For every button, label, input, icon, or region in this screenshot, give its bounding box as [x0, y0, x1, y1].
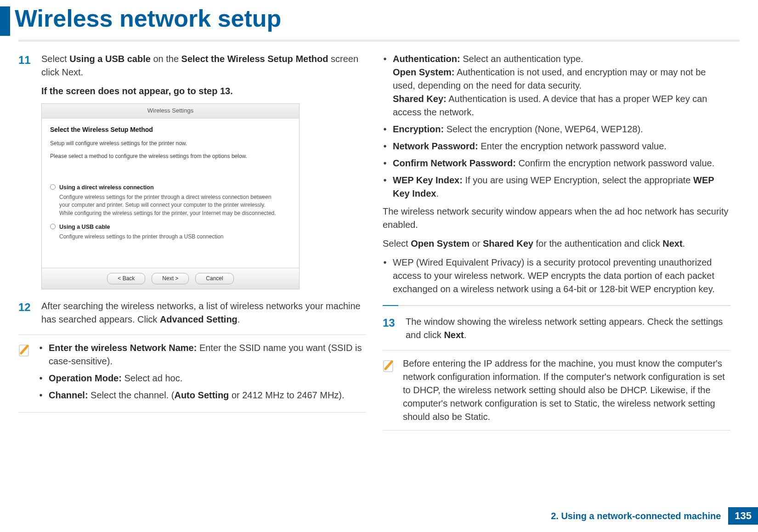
note-body: • Enter the wireless Network Name: Enter… — [39, 341, 366, 406]
text: Enter the encryption network password va… — [478, 141, 667, 151]
step-number: 11 — [18, 52, 33, 291]
wep-desc-list: • WEP (Wired Equivalent Privacy) is a se… — [383, 256, 730, 296]
bullet-icon: • — [383, 52, 387, 119]
note-body: Before entering the IP address for the m… — [403, 357, 730, 424]
dialog-option-usb[interactable]: Using a USB cable — [50, 223, 291, 231]
text: or 2412 MHz to 2467 MHz). — [229, 390, 344, 400]
bullet-icon: • — [383, 256, 387, 296]
text: . — [230, 86, 233, 96]
text-bold: Auto Setting — [174, 390, 229, 400]
text-bold: Open System: — [393, 67, 454, 77]
text-bold: Channel: — [49, 390, 88, 400]
list-item: • Confirm Network Password: Confirm the … — [383, 157, 730, 170]
text-bold: Confirm Network Password: — [393, 158, 516, 168]
next-button[interactable]: Next > — [152, 273, 189, 284]
step-body: The window showing the wireless network … — [406, 315, 730, 342]
text-bold: Using a USB cable — [69, 54, 151, 64]
note-box-12: • Enter the wireless Network Name: Enter… — [18, 334, 366, 413]
text-bold: Operation Mode: — [49, 373, 122, 383]
page-header: Wireless network setup — [0, 0, 758, 36]
list-item: • Encryption: Select the encryption (Non… — [383, 123, 730, 136]
step-13: 13 The window showing the wireless netwo… — [383, 315, 730, 342]
note-icon — [383, 359, 396, 373]
text: Select the encryption (None, WEP64, WEP1… — [444, 124, 643, 134]
step-body: After searching the wireless networks, a… — [41, 300, 366, 326]
text-bold: Next — [662, 238, 682, 249]
bullet-icon: • — [383, 140, 387, 153]
bullet-icon: • — [39, 341, 43, 368]
bullet-icon: • — [39, 372, 43, 385]
wireless-settings-dialog: Wireless Settings Select the Wireless Se… — [41, 103, 300, 289]
list-item: • Operation Mode: Select ad hoc. — [39, 372, 366, 385]
option-desc: Configure wireless settings for the prin… — [59, 193, 280, 217]
text: Confirm the encryption network password … — [516, 158, 714, 168]
dialog-subtext: Please select a method to configure the … — [50, 153, 291, 160]
dialog-subtext: Setup will configure wireless settings f… — [50, 140, 291, 147]
text: Select an authentication type. — [460, 54, 583, 64]
text-bold: Enter the wireless Network Name: — [49, 343, 197, 353]
paragraph: The wireless network security window app… — [383, 205, 730, 232]
text-bold: Shared Key — [483, 238, 533, 249]
list-item: • WEP Key Index: If you are using WEP En… — [383, 174, 730, 200]
note-icon — [18, 343, 31, 357]
option-label: Using a USB cable — [59, 223, 110, 231]
text-bold: Next — [444, 330, 464, 340]
right-column: • Authentication: Select an authenticati… — [383, 52, 730, 430]
step-number: 12 — [18, 300, 33, 326]
text: Select ad hoc. — [122, 373, 182, 383]
text: Select — [383, 238, 411, 249]
settings-list: • Authentication: Select an authenticati… — [383, 52, 730, 200]
step-12: 12 After searching the wireless networks… — [18, 300, 366, 326]
bullet-icon: • — [383, 157, 387, 170]
text: or — [470, 238, 483, 249]
text: Select the channel. ( — [88, 390, 175, 400]
text: . — [238, 314, 240, 324]
header-accent — [0, 6, 10, 36]
list-item: • Network Password: Enter the encryption… — [383, 140, 730, 153]
list-item: • WEP (Wired Equivalent Privacy) is a se… — [383, 256, 730, 296]
option-desc: Configure wireless settings to the print… — [59, 233, 280, 241]
option-label: Using a direct wireless connection — [59, 183, 154, 192]
dialog-footer: < Back Next > Cancel — [42, 268, 299, 289]
dialog-option-direct[interactable]: Using a direct wireless connection — [50, 183, 291, 192]
text-bold: Open System — [411, 238, 470, 249]
bullet-icon: • — [383, 174, 387, 200]
dialog-heading: Select the Wireless Setup Method — [50, 125, 291, 134]
text-bold: Encryption: — [393, 124, 444, 134]
dialog-titlebar: Wireless Settings — [42, 104, 299, 119]
dialog-body: Select the Wireless Setup Method Setup w… — [42, 119, 299, 268]
text-bold: Shared Key: — [393, 94, 447, 104]
list-item: • Channel: Select the channel. (Auto Set… — [39, 389, 366, 402]
chapter-label: 2. Using a network-connected machine — [551, 511, 721, 521]
note-box-13: Before entering the IP address for the m… — [383, 350, 730, 430]
paragraph: Select Open System or Shared Key for the… — [383, 237, 730, 250]
cancel-button[interactable]: Cancel — [195, 273, 233, 284]
text: . — [436, 188, 439, 198]
text-bold: Advanced Setting — [160, 314, 238, 324]
page-title: Wireless network setup — [15, 6, 281, 30]
text-bold: Select the Wireless Setup Method — [181, 54, 328, 64]
text: for the authentication and click — [533, 238, 662, 249]
step-number: 13 — [383, 315, 397, 342]
text-bold: WEP Key Index: — [393, 175, 463, 185]
text-bold: If the screen does not appear, go to ste… — [41, 86, 230, 96]
warning-text: If the screen does not appear, go to ste… — [41, 85, 366, 98]
text: Select — [41, 54, 69, 64]
text: WEP (Wired Equivalent Privacy) is a secu… — [393, 256, 730, 296]
radio-icon[interactable] — [50, 224, 56, 229]
text: . — [683, 238, 685, 249]
text-bold: Network Password: — [393, 141, 478, 151]
bullet-icon: • — [39, 389, 43, 402]
bullet-icon: • — [383, 123, 387, 136]
left-column: 11 Select Using a USB cable on the Selec… — [18, 52, 366, 430]
back-button[interactable]: < Back — [107, 273, 145, 284]
list-item: • Authentication: Select an authenticati… — [383, 52, 730, 119]
text: If you are using WEP Encryption, select … — [463, 175, 693, 185]
text: on the — [151, 54, 181, 64]
radio-icon[interactable] — [50, 184, 56, 190]
text: . — [464, 330, 467, 340]
step-body: Select Using a USB cable on the Select t… — [41, 52, 366, 291]
step-separator — [383, 305, 730, 306]
page-number: 135 — [728, 507, 758, 525]
text-bold: Authentication: — [393, 54, 460, 64]
